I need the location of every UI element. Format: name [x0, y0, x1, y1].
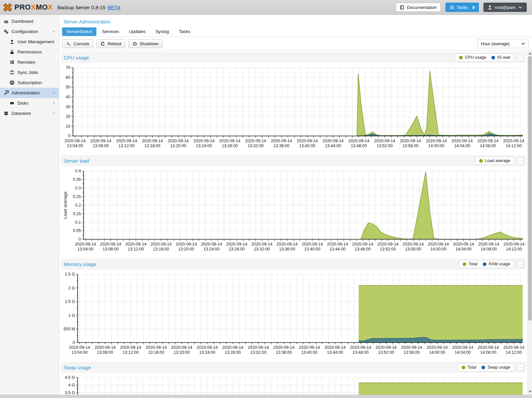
chart-legend[interactable]: Load average	[475, 157, 514, 165]
tasks-count-badge: 0	[472, 5, 475, 10]
legend-dot-icon	[463, 262, 466, 266]
sidebar-item-label: Permissions	[18, 50, 42, 54]
svg-text:2020-09-14: 2020-09-14	[302, 242, 323, 247]
sidebar-item-user-management[interactable]: User Management	[0, 37, 59, 47]
legend-item[interactable]: Load average	[479, 158, 510, 163]
sidebar-item-disks[interactable]: Disks	[0, 98, 59, 108]
tab-tasks[interactable]: Tasks	[175, 27, 195, 36]
sidebar-item-datastore[interactable]: Datastore	[0, 108, 59, 118]
scroll-up-arrow[interactable]	[528, 51, 532, 56]
documentation-label: Documentation	[407, 5, 437, 10]
sidebar-item-permissions[interactable]: Permissions	[0, 47, 59, 57]
scroll-down-arrow[interactable]	[528, 389, 532, 394]
legend-item[interactable]: Total	[463, 262, 477, 266]
svg-text:13:12:00: 13:12:00	[119, 144, 135, 148]
console-button[interactable]: Console	[62, 39, 93, 48]
chart-header-memory: Memory usageTotalRAM usage	[61, 258, 526, 270]
reboot-label: Reboot	[108, 41, 122, 46]
svg-text:2020-09-14: 2020-09-14	[297, 139, 318, 143]
svg-text:2020-09-14: 2020-09-14	[503, 345, 524, 350]
svg-text:13:56:00: 13:56:00	[403, 144, 419, 148]
charts-viewport: CPU usageCPU usageIO wait010203040506070…	[59, 50, 532, 395]
svg-text:14:00:00: 14:00:00	[430, 247, 446, 251]
svg-text:2020-09-14: 2020-09-14	[350, 345, 371, 350]
svg-text:0.15: 0.15	[73, 212, 81, 216]
svg-text:2020-09-14: 2020-09-14	[222, 345, 243, 350]
collapse-circle-icon[interactable]	[517, 261, 524, 268]
vertical-scrollbar[interactable]	[527, 50, 532, 395]
svg-text:13:20:00: 13:20:00	[174, 350, 190, 355]
scrollbar-thumb[interactable]	[528, 56, 532, 320]
sync-icon	[10, 70, 15, 75]
svg-text:13:44:00: 13:44:00	[325, 144, 341, 148]
legend-item[interactable]: CPU usage	[459, 55, 486, 60]
svg-text:2020-09-14: 2020-09-14	[64, 139, 86, 143]
svg-text:2020-09-14: 2020-09-14	[427, 345, 448, 350]
tab-serverstatus[interactable]: ServerStatus	[62, 27, 96, 36]
chevron-down-icon	[518, 5, 523, 10]
chart-legend[interactable]: CPU usageIO wait	[455, 53, 514, 61]
sidebar-item-subscription[interactable]: Subscription	[0, 78, 59, 88]
svg-text:2020-09-14: 2020-09-14	[478, 242, 499, 247]
chevron-down-icon	[52, 111, 56, 116]
terminal-icon	[66, 41, 71, 46]
svg-text:2020-09-14: 2020-09-14	[299, 345, 320, 350]
collapse-circle-icon[interactable]	[517, 54, 524, 61]
chart-panel-memory: Memory usageTotalRAM usage0500 M1 G1.5 G…	[61, 258, 526, 357]
chart-legend[interactable]: TotalSwap usage	[458, 363, 514, 371]
legend-label: Load average	[485, 158, 510, 163]
sidebar-item-configuration[interactable]: Configuration	[0, 26, 59, 37]
chart-legend[interactable]: TotalRAM usage	[459, 260, 514, 268]
tasks-button[interactable]: Tasks 0	[445, 3, 479, 12]
collapse-circle-icon[interactable]	[517, 157, 524, 164]
svg-text:50: 50	[66, 85, 70, 89]
svg-text:2020-09-14: 2020-09-14	[324, 345, 345, 350]
svg-text:13:36:00: 13:36:00	[273, 144, 290, 148]
svg-text:2020-09-14: 2020-09-14	[453, 242, 474, 247]
svg-text:14:08:00: 14:08:00	[480, 144, 496, 148]
shutdown-button[interactable]: Shutdown	[128, 39, 163, 48]
svg-text:2020-09-14: 2020-09-14	[426, 139, 447, 143]
time-range-select[interactable]: Hour (average)	[477, 39, 529, 48]
chevron-down-icon	[52, 91, 56, 95]
tab-services[interactable]: Services	[98, 27, 124, 36]
legend-label: IO wait	[497, 55, 510, 60]
svg-text:13:04:00: 13:04:00	[71, 350, 88, 355]
sidebar-item-remotes[interactable]: Remotes	[0, 57, 59, 67]
app-body: DashboardConfigurationUser ManagementPer…	[0, 15, 532, 395]
chart-title: Memory usage	[64, 261, 96, 267]
legend-item[interactable]: Total	[462, 365, 476, 370]
svg-text:2020-09-14: 2020-09-14	[146, 345, 167, 350]
user-menu-button[interactable]: root@pam	[483, 3, 527, 12]
svg-text:13:32:00: 13:32:00	[254, 247, 270, 251]
svg-text:13:32:00: 13:32:00	[250, 350, 266, 355]
tab-syslog[interactable]: Syslog	[151, 27, 173, 36]
svg-text:2020-09-14: 2020-09-14	[503, 242, 524, 247]
time-range-value: Hour (average)	[481, 41, 510, 46]
svg-text:2020-09-14: 2020-09-14	[503, 139, 524, 143]
svg-text:2020-09-14: 2020-09-14	[374, 139, 395, 143]
sidebar-item-sync-jobs[interactable]: Sync Jobs	[0, 67, 59, 78]
chart-title: CPU usage	[64, 55, 89, 60]
svg-text:14:08:00: 14:08:00	[480, 350, 496, 355]
collapse-circle-icon[interactable]	[517, 364, 524, 371]
svg-text:2020-09-14: 2020-09-14	[323, 139, 344, 143]
beta-link[interactable]: BETA	[108, 5, 120, 10]
legend-item[interactable]: Swap usage	[481, 365, 510, 370]
legend-item[interactable]: RAM usage	[483, 262, 510, 266]
chart-panel-swap: Swap usageTotalSwap usage0500 M1 G1.5 G2…	[61, 362, 526, 395]
svg-text:2020-09-14: 2020-09-14	[327, 242, 348, 247]
tab-updates[interactable]: Updates	[125, 27, 150, 36]
sidebar: DashboardConfigurationUser ManagementPer…	[0, 15, 59, 395]
charts-scroll-area: CPU usageCPU usageIO wait010203040506070…	[59, 50, 527, 395]
documentation-button[interactable]: Documentation	[396, 3, 441, 12]
svg-text:2020-09-14: 2020-09-14	[375, 345, 397, 350]
legend-label: Total	[468, 365, 476, 370]
svg-text:13:24:00: 13:24:00	[199, 350, 215, 355]
sidebar-item-dashboard[interactable]: Dashboard	[0, 16, 59, 26]
task-list-icon	[449, 5, 454, 10]
reboot-button[interactable]: Reboot	[96, 39, 125, 48]
legend-item[interactable]: IO wait	[491, 55, 510, 60]
sidebar-item-administration[interactable]: Administration	[0, 88, 59, 98]
page-title: Server Administration	[59, 15, 532, 27]
